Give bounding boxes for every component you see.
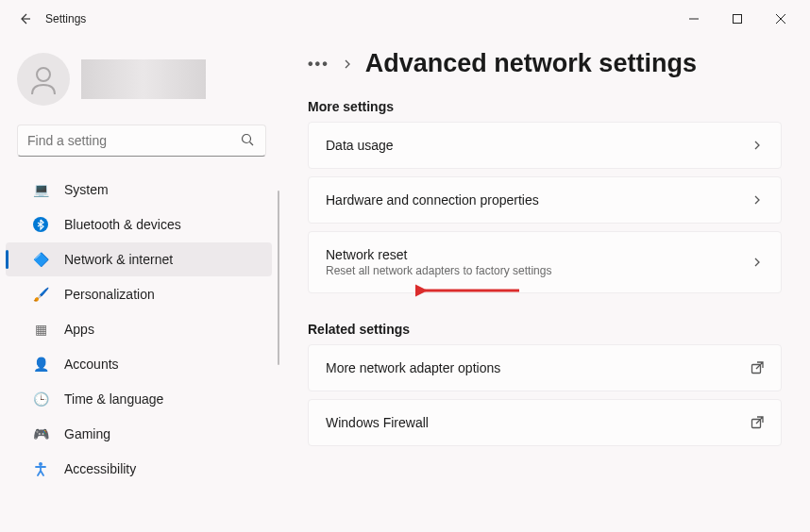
nav-label: Personalization xyxy=(64,287,155,302)
nav-label: Apps xyxy=(64,322,94,337)
sidebar-item-gaming[interactable]: 🎮Gaming xyxy=(6,417,272,451)
sidebar-item-network-internet[interactable]: 🔷Network & internet xyxy=(6,242,272,276)
nav-icon: 🕒 xyxy=(32,391,49,407)
sidebar: 💻SystemBluetooth & devices🔷Network & int… xyxy=(0,38,283,532)
search-icon xyxy=(241,133,256,148)
nav-icon: 👤 xyxy=(32,356,49,373)
maximize-button[interactable] xyxy=(716,5,759,33)
settings-card-hardware-and-connection-properties[interactable]: Hardware and connection properties xyxy=(308,176,782,224)
nav-label: Bluetooth & devices xyxy=(64,217,181,232)
avatar xyxy=(17,53,70,106)
nav-label: Gaming xyxy=(64,426,110,441)
svg-point-4 xyxy=(37,68,50,81)
svg-point-5 xyxy=(243,135,251,143)
search-input[interactable] xyxy=(27,133,241,148)
minimize-button[interactable] xyxy=(672,5,716,33)
main-content: ••• Advanced network settings More setti… xyxy=(283,38,810,532)
chevron-right-icon xyxy=(751,256,764,269)
nav-icon: 🎮 xyxy=(32,425,49,442)
window-controls xyxy=(672,5,802,33)
nav-icon: 🔷 xyxy=(32,251,49,268)
nav-icon: ▦ xyxy=(32,321,49,338)
chevron-right-icon xyxy=(751,139,764,152)
section-header: More settings xyxy=(308,99,782,114)
user-name-redacted xyxy=(81,59,206,99)
close-button[interactable] xyxy=(759,5,802,33)
sidebar-item-accessibility[interactable]: Accessibility xyxy=(6,452,272,486)
user-account-block[interactable] xyxy=(0,45,283,119)
breadcrumb: ••• Advanced network settings xyxy=(308,49,782,78)
external-link-icon xyxy=(751,361,764,374)
sidebar-item-system[interactable]: 💻System xyxy=(6,173,272,207)
nav-list[interactable]: 💻SystemBluetooth & devices🔷Network & int… xyxy=(0,168,283,532)
chevron-right-icon xyxy=(751,193,764,207)
settings-card-data-usage[interactable]: Data usage xyxy=(308,122,782,169)
settings-card-windows-firewall[interactable]: Windows Firewall xyxy=(308,399,782,446)
nav-icon: 🖌️ xyxy=(32,286,49,303)
settings-card-network-reset[interactable]: Network resetReset all network adapters … xyxy=(308,231,782,293)
card-title: Network reset xyxy=(326,247,751,262)
nav-label: Accounts xyxy=(64,357,119,372)
section-header: Related settings xyxy=(308,322,782,337)
sidebar-item-apps[interactable]: ▦Apps xyxy=(6,312,272,346)
page-title: Advanced network settings xyxy=(365,49,697,78)
card-subtitle: Reset all network adapters to factory se… xyxy=(326,264,751,277)
external-link-icon xyxy=(751,416,764,429)
card-title: Windows Firewall xyxy=(326,415,751,430)
back-button[interactable] xyxy=(15,9,34,28)
nav-label: Time & language xyxy=(64,391,163,407)
search-input-wrap[interactable] xyxy=(17,125,266,157)
card-title: Data usage xyxy=(326,138,751,153)
sidebar-item-personalization[interactable]: 🖌️Personalization xyxy=(6,277,272,311)
titlebar: Settings xyxy=(0,0,810,38)
nav-label: System xyxy=(64,182,109,197)
sidebar-item-accounts[interactable]: 👤Accounts xyxy=(6,347,272,381)
nav-label: Accessibility xyxy=(64,461,136,476)
app-title: Settings xyxy=(45,12,86,25)
sidebar-item-time-language[interactable]: 🕒Time & language xyxy=(6,382,272,416)
card-title: Hardware and connection properties xyxy=(326,192,751,208)
scroll-indicator xyxy=(278,191,279,365)
sidebar-item-bluetooth-devices[interactable]: Bluetooth & devices xyxy=(6,208,272,241)
svg-line-6 xyxy=(250,142,254,146)
nav-label: Network & internet xyxy=(64,252,173,267)
chevron-right-icon xyxy=(343,57,352,72)
settings-card-more-network-adapter-options[interactable]: More network adapter options xyxy=(308,344,782,391)
nav-icon xyxy=(32,460,49,477)
nav-icon xyxy=(32,216,49,233)
nav-icon: 💻 xyxy=(32,181,49,198)
svg-rect-1 xyxy=(734,15,742,24)
card-title: More network adapter options xyxy=(326,360,751,375)
breadcrumb-ellipsis[interactable]: ••• xyxy=(308,56,329,73)
svg-point-8 xyxy=(39,462,42,466)
